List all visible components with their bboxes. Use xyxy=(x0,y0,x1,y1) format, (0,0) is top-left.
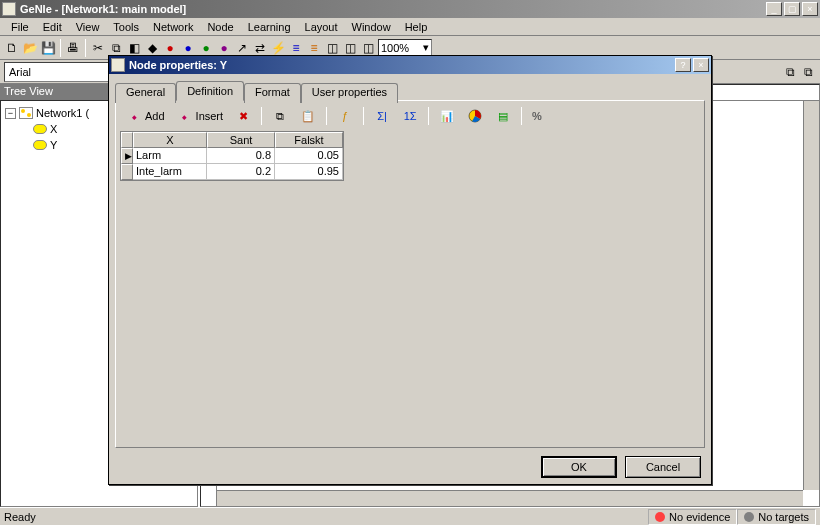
menu-node[interactable]: Node xyxy=(200,20,240,34)
add-label: Add xyxy=(145,110,165,122)
cut-icon[interactable]: ✂ xyxy=(90,40,106,56)
node-icon xyxy=(33,140,47,150)
percent-label: % xyxy=(532,110,542,122)
cell-value[interactable]: 0.95 xyxy=(275,164,343,180)
generic-icon[interactable]: ◆ xyxy=(144,40,160,56)
sum-button[interactable]: Σ| xyxy=(370,106,394,126)
generic-icon[interactable]: ⇄ xyxy=(252,40,268,56)
table-row[interactable]: ▶ Larm 0.8 0.05 xyxy=(121,148,343,164)
dialog-help-button[interactable]: ? xyxy=(675,58,691,72)
grid-header-state2[interactable]: Falskt xyxy=(275,132,343,148)
save-icon[interactable]: 💾 xyxy=(40,40,56,56)
add-icon: ⬥ xyxy=(126,108,142,124)
copy-icon[interactable]: ⧉ xyxy=(782,64,798,80)
evidence-dot-icon xyxy=(655,512,665,522)
tab-format[interactable]: Format xyxy=(244,83,301,103)
menu-view[interactable]: View xyxy=(69,20,107,34)
delete-row-button[interactable]: ✖ xyxy=(231,106,255,126)
menu-layout[interactable]: Layout xyxy=(298,20,345,34)
generic-icon[interactable]: ◫ xyxy=(360,40,376,56)
table-row[interactable]: Inte_larm 0.2 0.95 xyxy=(121,164,343,180)
generic-icon[interactable]: ↗ xyxy=(234,40,250,56)
statusbar: Ready No evidence No targets xyxy=(0,507,820,525)
copy-icon[interactable]: ⧉ xyxy=(108,40,124,56)
cell-value[interactable]: 0.8 xyxy=(207,148,275,164)
dialog-title: Node properties: Y xyxy=(129,59,675,71)
function-icon: ƒ xyxy=(337,108,353,124)
node-icon xyxy=(33,124,47,134)
dialog-buttons: OK Cancel xyxy=(115,448,705,478)
print-icon[interactable]: 🖶 xyxy=(65,40,81,56)
cell-value[interactable]: 0.05 xyxy=(275,148,343,164)
cpt-grid[interactable]: X Sant Falskt ▶ Larm 0.8 0.05 Inte_larm … xyxy=(120,131,344,181)
toolbar-separator xyxy=(428,107,429,125)
dialog-titlebar[interactable]: Node properties: Y ? × xyxy=(109,56,711,74)
tab-definition[interactable]: Definition xyxy=(176,81,244,101)
generic-icon[interactable]: ● xyxy=(216,40,232,56)
copy-icon: ⧉ xyxy=(272,108,288,124)
cell-state-name[interactable]: Larm xyxy=(133,148,207,164)
toolbar-separator xyxy=(521,107,522,125)
ok-button[interactable]: OK xyxy=(541,456,617,478)
dialog-tabs: General Definition Format User propertie… xyxy=(115,81,705,101)
function-button[interactable]: ƒ xyxy=(333,106,357,126)
menu-file[interactable]: File xyxy=(4,20,36,34)
percent-button[interactable]: % xyxy=(528,106,546,126)
menu-help[interactable]: Help xyxy=(398,20,435,34)
paste-button[interactable]: 📋 xyxy=(296,106,320,126)
toolbar-separator xyxy=(261,107,262,125)
zoom-combo[interactable]: 100%▾ xyxy=(378,39,432,57)
maximize-button[interactable]: ▢ xyxy=(784,2,800,16)
minimize-button[interactable]: _ xyxy=(766,2,782,16)
generic-icon[interactable]: ◧ xyxy=(126,40,142,56)
dialog-toolbar: ⬥Add ⬥Insert ✖ ⧉ 📋 ƒ Σ| 1Σ 📊 ▤ % xyxy=(120,105,700,127)
piechart-button[interactable] xyxy=(463,106,487,126)
toolbar-separator xyxy=(363,107,364,125)
grid-header-state1[interactable]: Sant xyxy=(207,132,275,148)
generic-icon[interactable]: ◫ xyxy=(324,40,340,56)
main-titlebar: GeNIe - [Network1: main model] _ ▢ × xyxy=(0,0,820,18)
scrollbar-vertical[interactable] xyxy=(803,101,819,490)
generic-icon[interactable]: ≡ xyxy=(306,40,322,56)
normalize-icon: 1Σ xyxy=(402,108,418,124)
font-name: Arial xyxy=(9,66,31,78)
cancel-button[interactable]: Cancel xyxy=(625,456,701,478)
tab-general[interactable]: General xyxy=(115,83,176,103)
barchart-button[interactable]: 📊 xyxy=(435,106,459,126)
tree-root-label: Network1 ( xyxy=(36,107,89,119)
tree-node-label: Y xyxy=(50,139,57,151)
cell-value[interactable]: 0.2 xyxy=(207,164,275,180)
menu-network[interactable]: Network xyxy=(146,20,200,34)
generic-icon[interactable]: ≡ xyxy=(288,40,304,56)
normalize-button[interactable]: 1Σ xyxy=(398,106,422,126)
menu-window[interactable]: Window xyxy=(345,20,398,34)
cell-state-name[interactable]: Inte_larm xyxy=(133,164,207,180)
generic-icon[interactable]: ◫ xyxy=(342,40,358,56)
row-selector[interactable]: ▶ xyxy=(121,148,133,164)
copy-button[interactable]: ⧉ xyxy=(268,106,292,126)
row-selector[interactable] xyxy=(121,164,133,180)
menu-tools[interactable]: Tools xyxy=(106,20,146,34)
generic-icon[interactable]: ● xyxy=(198,40,214,56)
menu-learning[interactable]: Learning xyxy=(241,20,298,34)
new-icon[interactable]: 🗋 xyxy=(4,40,20,56)
status-evidence-label: No evidence xyxy=(669,511,730,523)
generic-icon[interactable]: ● xyxy=(180,40,196,56)
status-targets: No targets xyxy=(737,509,816,525)
add-row-button[interactable]: ⬥Add xyxy=(122,106,169,126)
generic-icon[interactable]: ● xyxy=(162,40,178,56)
grid-header-parent[interactable]: X xyxy=(133,132,207,148)
link-icon[interactable]: ⧉ xyxy=(800,64,816,80)
open-icon[interactable]: 📂 xyxy=(22,40,38,56)
dropdown-icon: ▾ xyxy=(423,41,429,54)
insert-row-button[interactable]: ⬥Insert xyxy=(173,106,228,126)
menu-edit[interactable]: Edit xyxy=(36,20,69,34)
close-button[interactable]: × xyxy=(802,2,818,16)
dialog-close-button[interactable]: × xyxy=(693,58,709,72)
tab-user-properties[interactable]: User properties xyxy=(301,83,398,103)
distribution-button[interactable]: ▤ xyxy=(491,106,515,126)
collapse-icon[interactable]: − xyxy=(5,108,16,119)
scrollbar-horizontal[interactable] xyxy=(217,490,803,506)
generic-icon[interactable]: ⚡ xyxy=(270,40,286,56)
piechart-icon xyxy=(467,108,483,124)
